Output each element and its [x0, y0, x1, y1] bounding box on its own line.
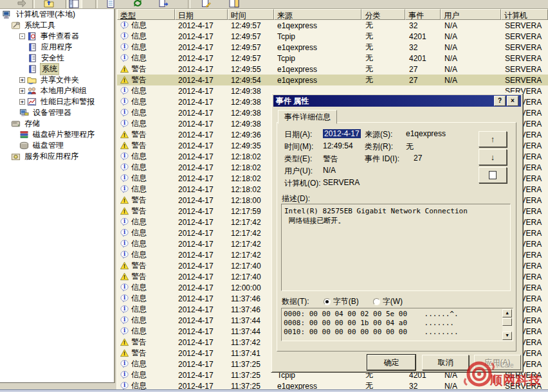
- properties-list-icon[interactable]: [103, 0, 118, 8]
- forward-icon[interactable]: [14, 0, 30, 8]
- cell-time: 12:00:00: [228, 283, 274, 292]
- cell-time: 12:17:40: [228, 272, 274, 281]
- expand-icon[interactable]: +: [19, 77, 25, 83]
- info-icon: i: [120, 327, 129, 335]
- cell-date: 2012-4-17: [175, 262, 228, 271]
- sidebar-item-event-viewer[interactable]: -事件查看器: [0, 31, 114, 42]
- apply-button[interactable]: 应用(A): [474, 355, 521, 370]
- up-one-level-icon[interactable]: [41, 0, 57, 8]
- event-row[interactable]: !警告2012-4-1712:49:55e1qexpress无27N/ASERV…: [117, 64, 548, 75]
- hex-data-box[interactable]: 0000: 00 00 04 00 02 00 5e 00 ......^. 0…: [281, 308, 513, 341]
- svg-text:i: i: [123, 163, 125, 170]
- column-header[interactable]: 日期: [175, 9, 228, 20]
- cell-date: 2012-4-17: [175, 316, 228, 325]
- collapse-icon[interactable]: -: [19, 33, 25, 39]
- column-header[interactable]: 事件: [405, 9, 441, 20]
- edit-icon[interactable]: [198, 0, 214, 8]
- info-icon: i: [120, 218, 129, 226]
- cell-time: 12:18:02: [228, 163, 274, 172]
- radio-bytes[interactable]: 字节(B): [324, 296, 359, 307]
- cancel-button[interactable]: 取消: [422, 355, 469, 370]
- column-header[interactable]: 时间: [228, 9, 274, 20]
- cell-time: 12:18:02: [228, 152, 274, 161]
- cell-computer: SERVERA: [502, 43, 548, 52]
- export-list-icon[interactable]: [156, 0, 171, 8]
- field-label: 事件 ID(I):: [365, 154, 399, 165]
- type-label: 信息: [131, 151, 147, 162]
- copy-button[interactable]: [479, 167, 507, 183]
- cell-date: 2012-4-17: [175, 240, 228, 249]
- sidebar-item-defrag[interactable]: 磁盘碎片整理程序: [0, 129, 114, 140]
- sidebar-item-shared-folders[interactable]: +共享文件夹: [0, 75, 114, 85]
- event-row[interactable]: i信息2012-4-1712:49:57Tcpip无4201N/ASERVERA: [117, 31, 548, 42]
- expand-icon[interactable]: +: [19, 88, 25, 94]
- computer-management-icon: [3, 10, 12, 19]
- event-row[interactable]: !警告2012-4-1712:49:54e1qexpress无27N/ASERV…: [117, 75, 548, 85]
- svg-text:i: i: [123, 185, 125, 192]
- hex-lines: 0000: 00 00 04 00 02 00 5e 00 ......^. 0…: [284, 310, 501, 339]
- performance-icon: [27, 97, 37, 107]
- cell-type: !警告: [117, 337, 175, 348]
- cell-date: 2012-4-17: [175, 152, 228, 161]
- radio-words-circle[interactable]: [373, 298, 380, 305]
- sidebar-item-disk-management[interactable]: 磁盘管理: [0, 140, 114, 151]
- event-up-button[interactable]: ↑: [479, 131, 507, 147]
- toolbar-separator: [32, 0, 35, 8]
- type-label: 信息: [131, 359, 147, 370]
- type-label: 信息: [131, 293, 147, 304]
- close-icon[interactable]: ×: [507, 96, 518, 106]
- event-row[interactable]: i信息2012-4-1712:49:57e1qexpress无32N/ASERV…: [117, 20, 548, 31]
- description-box[interactable]: Intel(R) 82575EB Gigabit Network Connect…: [281, 204, 511, 291]
- cell-time: 11:37:42: [228, 338, 274, 347]
- scroll-up-icon[interactable]: ▲: [502, 309, 512, 317]
- pane-icon[interactable]: [226, 0, 242, 8]
- sidebar-item-storage[interactable]: 存储: [0, 118, 114, 129]
- cell-event: 4201: [406, 32, 441, 41]
- radio-bytes-circle[interactable]: [324, 298, 331, 305]
- sidebar-item-log[interactable]: 安全性: [0, 53, 114, 64]
- tree-item-label: 系统工具: [23, 20, 57, 31]
- hex-scrollbar[interactable]: ▲ ▼: [502, 309, 512, 340]
- event-row[interactable]: i信息2012-4-1712:49:57e1qexpress无32N/ASERV…: [117, 42, 548, 53]
- radio-words[interactable]: 字(W): [373, 296, 403, 307]
- field-value: 警告: [323, 154, 338, 165]
- ok-button[interactable]: 确定: [367, 355, 416, 370]
- sidebar-item-computer-management[interactable]: 计算机管理(本地): [0, 9, 114, 20]
- scroll-down-icon[interactable]: ▼: [502, 332, 512, 340]
- column-header[interactable]: 来源: [274, 9, 362, 20]
- help-icon[interactable]: ?: [494, 96, 506, 106]
- column-header[interactable]: 类型: [117, 9, 175, 20]
- refresh-icon[interactable]: [130, 0, 145, 8]
- type-label: 信息: [131, 162, 147, 173]
- svg-text:i: i: [123, 327, 125, 334]
- window-bottom-edge: [0, 389, 548, 392]
- scrollbar-thumb[interactable]: [502, 318, 512, 326]
- event-row[interactable]: i信息2012-4-1712:49:57Tcpip无4201N/ASERVERA: [117, 53, 548, 64]
- sidebar-item-system-tools[interactable]: 系统工具: [0, 20, 114, 31]
- dialog-titlebar[interactable]: 事件 属性 ? ×: [273, 95, 521, 107]
- sidebar-item-local-users[interactable]: +本地用户和组: [0, 85, 114, 96]
- tab-event-detail[interactable]: 事件详细信息: [278, 110, 337, 124]
- toolbar-separator: [95, 0, 98, 8]
- column-header[interactable]: 分类: [361, 9, 405, 20]
- cell-date: 2012-4-17: [175, 65, 228, 74]
- show-hide-tree-icon[interactable]: [66, 0, 82, 9]
- event-down-button[interactable]: ↓: [479, 149, 507, 165]
- defrag-icon: [19, 130, 29, 139]
- sidebar-item-performance[interactable]: +性能日志和警报: [0, 96, 114, 107]
- sidebar-item-log[interactable]: 系统: [0, 64, 114, 75]
- column-header[interactable]: 计算机: [501, 9, 548, 20]
- svg-text:i: i: [123, 305, 125, 312]
- sidebar-item-device-manager[interactable]: 设备管理器: [0, 107, 114, 118]
- tree-item-label: 共享文件夹: [39, 75, 80, 85]
- sidebar-item-log[interactable]: 应用程序: [0, 42, 114, 53]
- svg-text:i: i: [123, 98, 125, 104]
- column-header[interactable]: 用户: [441, 9, 501, 20]
- cell-computer: SERVERA: [502, 54, 548, 63]
- cell-type: i信息: [117, 217, 175, 227]
- sidebar-item-services[interactable]: 服务和应用程序: [0, 151, 114, 162]
- warning-icon: !: [120, 130, 129, 139]
- tree-item-label: 安全性: [40, 53, 66, 64]
- expand-icon[interactable]: +: [19, 99, 25, 105]
- system-tools-icon: [11, 21, 21, 30]
